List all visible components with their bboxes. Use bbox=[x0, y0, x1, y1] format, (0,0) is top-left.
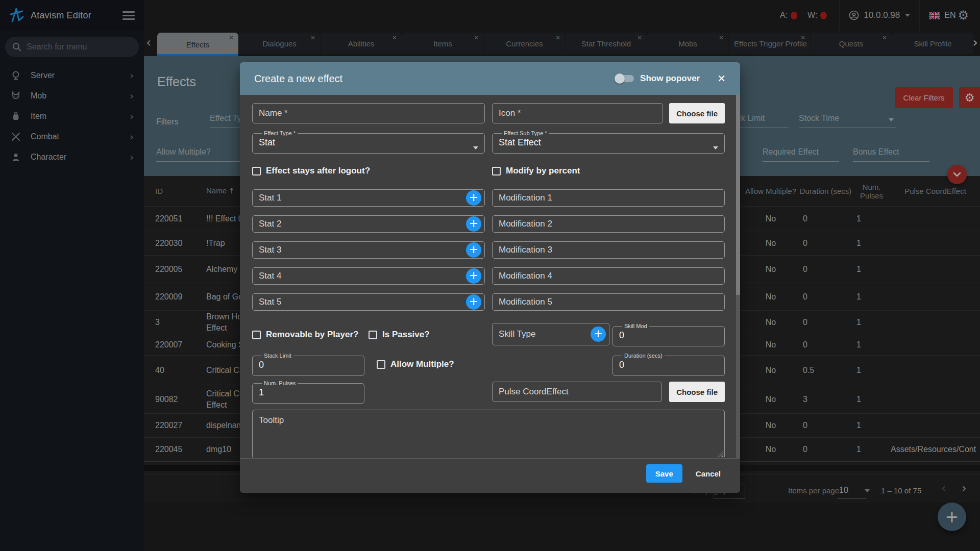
modal-footer: Save Cancel bbox=[240, 458, 740, 493]
num-pulses-field[interactable]: Num. Pulses 1 bbox=[252, 380, 364, 404]
add-stat-icon[interactable]: + bbox=[466, 294, 481, 310]
checkbox[interactable] bbox=[252, 167, 261, 176]
close-icon[interactable]: ✕ bbox=[717, 72, 726, 85]
effect-sub-type-select[interactable]: Effect Sub Type * Stat Effect bbox=[492, 130, 725, 154]
modification-1-field[interactable] bbox=[492, 189, 725, 207]
icon-input[interactable] bbox=[493, 108, 663, 118]
effect-type-label: Effect Type * bbox=[262, 130, 298, 136]
show-popover-label: Show popover bbox=[640, 73, 700, 84]
pulse-choose-file-button[interactable]: Choose file bbox=[669, 382, 725, 402]
add-skill-icon[interactable]: + bbox=[591, 327, 606, 342]
duration-field[interactable]: Duration (secs) 0 bbox=[612, 353, 725, 376]
add-stat-icon[interactable]: + bbox=[466, 216, 481, 232]
modal-header: Create a new effect Show popover ✕ bbox=[240, 62, 740, 95]
checkbox[interactable] bbox=[252, 331, 261, 339]
icon-choose-file-button[interactable]: Choose file bbox=[669, 103, 725, 123]
chevron-down-icon bbox=[713, 146, 718, 149]
name-input[interactable] bbox=[253, 108, 484, 118]
stat-3-field[interactable]: + bbox=[252, 241, 485, 259]
checkbox[interactable] bbox=[369, 331, 377, 339]
add-stat-icon[interactable]: + bbox=[466, 268, 481, 284]
create-effect-modal: Create a new effect Show popover ✕ Choos… bbox=[240, 62, 740, 493]
save-button[interactable]: Save bbox=[646, 464, 682, 483]
cancel-button[interactable]: Cancel bbox=[690, 464, 727, 483]
effect-sub-type-label: Effect Sub Type * bbox=[502, 130, 549, 136]
add-stat-icon[interactable]: + bbox=[466, 242, 481, 258]
modal-title: Create a new effect bbox=[254, 73, 616, 85]
stack-limit-field[interactable]: Stack Limit 0 bbox=[252, 353, 364, 376]
modification-2-field[interactable] bbox=[492, 215, 725, 233]
modal-body: Choose file Effect Type * Stat Effect Su… bbox=[240, 95, 740, 458]
checkbox[interactable] bbox=[492, 167, 501, 176]
stat-4-field[interactable]: + bbox=[252, 267, 485, 285]
modification-4-field[interactable] bbox=[492, 267, 725, 285]
removable-by-player-option[interactable]: Removable by Player? bbox=[252, 330, 369, 340]
effect-type-value: Stat bbox=[259, 137, 478, 148]
chevron-down-icon bbox=[473, 146, 478, 149]
allow-multiple-option[interactable]: Allow Multiple? bbox=[377, 359, 454, 369]
pulse-coordeffect-field[interactable] bbox=[492, 382, 662, 402]
stat-5-field[interactable]: + bbox=[252, 293, 485, 311]
skill-type-field[interactable]: + bbox=[492, 323, 609, 345]
add-stat-icon[interactable]: + bbox=[466, 190, 481, 206]
effect-type-select[interactable]: Effect Type * Stat bbox=[252, 130, 485, 154]
modification-3-field[interactable] bbox=[492, 241, 725, 259]
is-passive-option[interactable]: Is Passive? bbox=[369, 330, 485, 340]
show-popover-toggle[interactable] bbox=[616, 75, 634, 82]
stat-2-field[interactable]: + bbox=[252, 215, 485, 233]
icon-field[interactable] bbox=[492, 103, 663, 123]
tooltip-field[interactable] bbox=[252, 410, 725, 458]
checkbox[interactable] bbox=[377, 360, 385, 369]
skill-mod-field[interactable]: Skill Mod 0 bbox=[612, 323, 725, 346]
stays-after-logout-option[interactable]: Effect stays after logout? bbox=[252, 166, 485, 176]
stat-1-field[interactable]: + bbox=[252, 189, 485, 207]
modification-5-field[interactable] bbox=[492, 293, 725, 311]
tooltip-textarea[interactable] bbox=[253, 410, 724, 458]
name-field[interactable] bbox=[252, 103, 485, 123]
modify-by-percent-option[interactable]: Modify by percent bbox=[492, 166, 725, 176]
effect-sub-type-value: Stat Effect bbox=[499, 137, 718, 148]
